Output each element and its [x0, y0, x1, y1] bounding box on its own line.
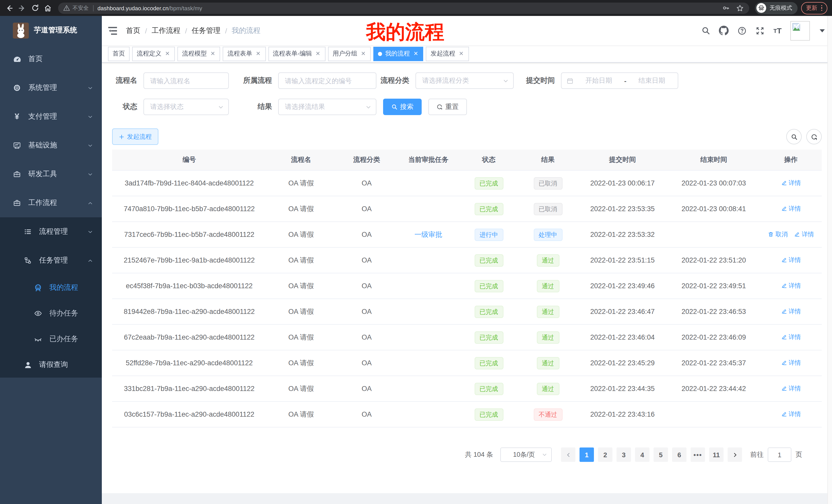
detail-link[interactable]: 详情 [794, 230, 814, 239]
tab[interactable]: 用户分组✕ [328, 47, 371, 61]
cell-id: 819442e8-7b9a-11ec-a290-acde48001122 [112, 308, 266, 315]
search-button[interactable]: 搜索 [383, 99, 422, 115]
column-header: 操作 [760, 155, 822, 164]
tab-close-icon[interactable]: ✕ [255, 50, 261, 57]
page-button[interactable]: 1 [579, 447, 594, 462]
cell-category: OA [336, 282, 397, 290]
tab[interactable]: 发起流程✕ [426, 47, 469, 61]
cell-category: OA [336, 411, 397, 418]
page-next-button[interactable] [728, 447, 742, 462]
tab-close-icon[interactable]: ✕ [459, 50, 464, 57]
detail-link[interactable]: 详情 [781, 333, 801, 342]
font-size-icon[interactable]: TT [773, 26, 782, 35]
table-refresh-button[interactable] [806, 129, 822, 144]
sidebar-item[interactable]: ¥支付管理 [0, 102, 102, 131]
tab-close-icon[interactable]: ✕ [361, 50, 366, 57]
key-icon[interactable] [722, 4, 729, 12]
task-link[interactable]: 一级审批 [414, 230, 442, 238]
avatar-caret-icon[interactable] [820, 29, 825, 32]
page-button[interactable]: 2 [598, 447, 613, 462]
tab[interactable]: 流程模型✕ [177, 47, 220, 61]
sidebar-item[interactable]: 待办任务 [0, 301, 102, 326]
tab-close-icon[interactable]: ✕ [210, 50, 215, 57]
detail-link[interactable]: 详情 [781, 359, 801, 367]
github-icon[interactable] [719, 26, 729, 35]
page-ellipsis[interactable]: ••• [691, 447, 705, 462]
search-icon[interactable] [701, 26, 710, 35]
process-name-input[interactable] [144, 73, 229, 89]
process-id-input[interactable] [278, 73, 376, 89]
page-button[interactable]: 5 [654, 447, 668, 462]
sidebar-item[interactable]: 流程管理 [0, 217, 102, 246]
browser-back-icon[interactable] [5, 3, 14, 12]
help-icon[interactable] [737, 26, 747, 35]
detail-link[interactable]: 详情 [781, 179, 801, 188]
cell-id: 67c2eaab-7b9a-11ec-a290-acde48001122 [112, 333, 266, 341]
tab-close-icon[interactable]: ✕ [315, 50, 321, 57]
update-button[interactable]: 更新 [801, 2, 827, 14]
detail-link[interactable]: 详情 [781, 256, 801, 264]
goto-page-input[interactable] [768, 447, 791, 462]
sidebar-item[interactable]: 我的流程 [0, 275, 102, 301]
submit-time-range-picker[interactable]: 开始日期 - 结束日期 [561, 73, 678, 89]
page-button[interactable]: 6 [672, 447, 686, 462]
page-prev-button[interactable] [561, 447, 575, 462]
cell-submit-time: 2022-01-22 23:45:29 [577, 359, 668, 367]
browser-forward-icon[interactable] [18, 3, 27, 12]
avatar[interactable] [790, 21, 810, 40]
cell-category: OA [336, 256, 397, 264]
browser-reload-icon[interactable] [30, 3, 40, 12]
tab[interactable]: 我的流程✕ [373, 47, 423, 61]
tab[interactable]: 流程表单✕ [223, 47, 266, 61]
sidebar-item[interactable]: 系统管理 [0, 74, 102, 102]
sidebar-item[interactable]: 请假查询 [0, 352, 102, 377]
security-warning[interactable]: 不安全 [63, 4, 89, 11]
sidebar-item[interactable]: 已办任务 [0, 326, 102, 352]
browser-home-icon[interactable] [43, 3, 52, 12]
breadcrumb-item[interactable]: 首页 [126, 26, 140, 35]
page-size-select[interactable]: 10条/页 [500, 447, 552, 462]
tab-close-icon[interactable]: ✕ [413, 50, 419, 57]
table-search-toggle-button[interactable] [786, 129, 802, 144]
bookmark-star-icon[interactable] [735, 4, 744, 12]
app-logo[interactable]: 芋道管理系统 [0, 16, 102, 45]
reset-button[interactable]: 重置 [428, 99, 467, 115]
sidebar-item[interactable]: 研发工具 [0, 160, 102, 189]
status-select[interactable]: 请选择状态 [144, 99, 229, 115]
sidebar-item-label: 基础设施 [28, 141, 57, 150]
category-select[interactable]: 请选择流程分类 [415, 73, 514, 89]
sidebar-item-label: 流程管理 [39, 227, 68, 236]
detail-link[interactable]: 详情 [781, 307, 801, 316]
detail-link[interactable]: 详情 [781, 384, 801, 393]
detail-link[interactable]: 详情 [781, 282, 801, 290]
column-header: 当前审批任务 [397, 155, 459, 164]
chevron-right-icon [732, 452, 738, 457]
cancel-link[interactable]: 取消 [768, 230, 788, 239]
fullscreen-icon[interactable] [755, 26, 765, 35]
cell-id: 03c6c157-7b9a-11ec-a290-acde48001122 [112, 411, 266, 418]
start-process-button[interactable]: 发起流程 [112, 129, 158, 145]
column-header: 结果 [518, 155, 577, 164]
cell-process-name: OA 请假 [266, 410, 336, 419]
detail-link[interactable]: 详情 [781, 204, 801, 213]
sidebar-item[interactable]: 基础设施 [0, 131, 102, 160]
browser-menu-icon[interactable] [821, 5, 822, 11]
sidebar-collapse-icon[interactable] [107, 25, 118, 36]
breadcrumb-item[interactable]: 工作流程 [152, 26, 181, 35]
page-button[interactable]: 11 [709, 447, 724, 462]
tab[interactable]: 首页 [108, 47, 130, 61]
sidebar-item[interactable]: 工作流程 [0, 189, 102, 217]
sidebar-item[interactable]: 任务管理 [0, 246, 102, 275]
sidebar-item[interactable]: 首页 [0, 45, 102, 74]
page-button[interactable]: 3 [617, 447, 631, 462]
page-button[interactable]: 4 [635, 447, 649, 462]
detail-link[interactable]: 详情 [781, 410, 801, 419]
cell-end-time: 2022-01-23 00:07:03 [668, 179, 760, 187]
result-select[interactable]: 请选择流结果 [278, 99, 376, 115]
page-scrollbar[interactable] [827, 16, 832, 504]
breadcrumb-item[interactable]: 任务管理 [192, 26, 220, 35]
address-bar[interactable]: 不安全 dashboard.yudao.iocoder.cn/bpm/task/… [58, 2, 749, 13]
tab-close-icon[interactable]: ✕ [164, 50, 170, 57]
tab[interactable]: 流程定义✕ [132, 47, 175, 61]
tab[interactable]: 流程表单-编辑✕ [268, 47, 325, 61]
